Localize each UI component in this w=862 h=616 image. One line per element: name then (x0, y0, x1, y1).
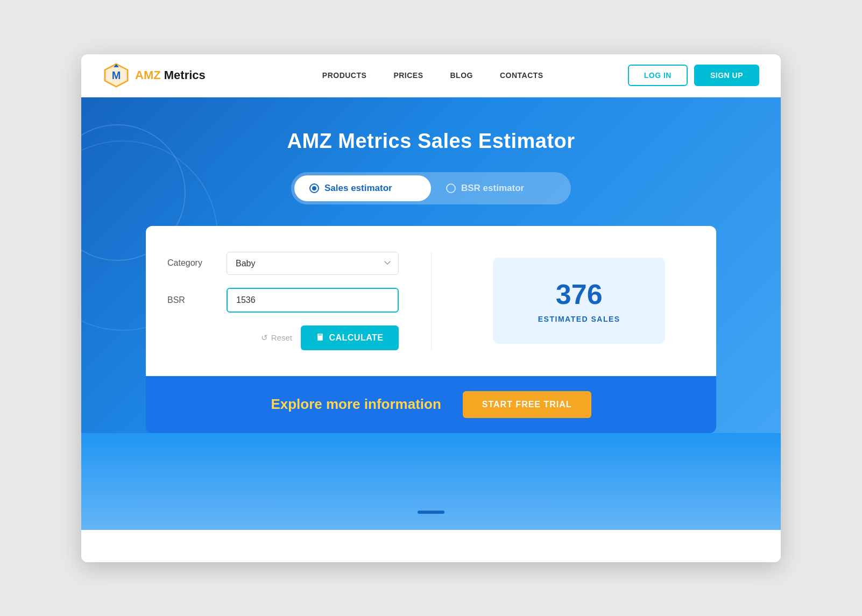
tab-bsr-label: BSR estimator (461, 183, 524, 194)
tab-sales-label: Sales estimator (324, 183, 392, 194)
nav-contacts[interactable]: CONTACTS (500, 71, 543, 80)
calc-left: Category Baby Electronics Books Clothing… (167, 252, 432, 350)
nav-prices[interactable]: PRICES (393, 71, 423, 80)
logo: M AMZ Metrics (103, 62, 206, 89)
bottom-section (81, 433, 781, 530)
calculator-icon: 🖩 (316, 333, 325, 343)
nav-buttons: LOG IN SIGN UP (628, 65, 759, 86)
signup-button[interactable]: SIGN UP (694, 65, 759, 86)
bsr-input[interactable] (227, 288, 399, 313)
hero-title: AMZ Metrics Sales Estimator (103, 130, 759, 153)
form-actions: ↺ Reset 🖩 CALCULATE (167, 325, 399, 350)
calculate-button[interactable]: 🖩 CALCULATE (301, 325, 399, 350)
category-label: Category (167, 258, 216, 268)
explore-text: Explore more information (271, 396, 441, 413)
login-button[interactable]: LOG IN (628, 65, 688, 86)
tabs-container: Sales estimator BSR estimator (291, 172, 571, 204)
tab-sales-estimator[interactable]: Sales estimator (294, 175, 431, 201)
logo-text: AMZ Metrics (135, 68, 206, 82)
white-bottom (81, 530, 781, 562)
logo-icon: M (103, 62, 130, 89)
category-select[interactable]: Baby Electronics Books Clothing Toys (227, 252, 399, 275)
browser-window: M AMZ Metrics PRODUCTS PRICES BLOG CONTA… (81, 54, 781, 562)
reset-icon: ↺ (261, 333, 268, 343)
bsr-label: BSR (167, 295, 216, 305)
hero-section: AMZ Metrics Sales Estimator Sales estima… (81, 97, 781, 433)
explore-band: Explore more information START FREE TRIA… (146, 376, 716, 433)
result-box: 376 ESTIMATED SALES (493, 258, 665, 344)
reset-label: Reset (271, 333, 292, 342)
result-label: ESTIMATED SALES (538, 315, 620, 323)
calculate-label: CALCULATE (329, 333, 383, 343)
radio-sales-active (309, 183, 319, 193)
calculator-card: Category Baby Electronics Books Clothing… (146, 226, 716, 376)
nav-links: PRODUCTS PRICES BLOG CONTACTS (238, 71, 628, 80)
estimator-tabs: Sales estimator BSR estimator (103, 172, 759, 204)
category-row: Category Baby Electronics Books Clothing… (167, 252, 399, 275)
trial-button[interactable]: START FREE TRIAL (463, 391, 591, 418)
calc-right: 376 ESTIMATED SALES (432, 252, 695, 350)
result-number: 376 (556, 278, 603, 310)
scroll-indicator (418, 511, 444, 514)
radio-bsr-inactive (446, 183, 456, 193)
reset-button[interactable]: ↺ Reset (261, 333, 292, 343)
tab-bsr-estimator[interactable]: BSR estimator (431, 175, 568, 201)
nav-blog[interactable]: BLOG (450, 71, 473, 80)
bsr-row: BSR (167, 288, 399, 313)
svg-text:M: M (112, 69, 121, 81)
navbar: M AMZ Metrics PRODUCTS PRICES BLOG CONTA… (81, 54, 781, 97)
nav-products[interactable]: PRODUCTS (322, 71, 367, 80)
